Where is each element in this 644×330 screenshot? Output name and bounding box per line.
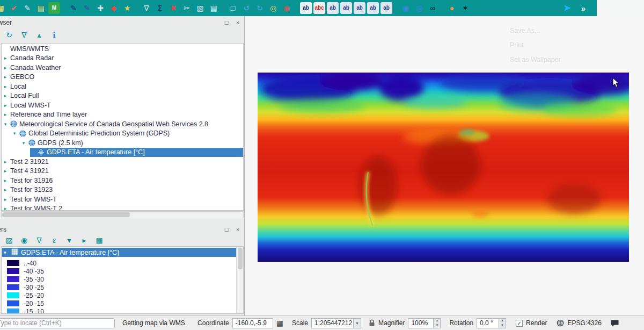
redo-icon[interactable]: ↻ <box>254 2 266 14</box>
map-image[interactable] <box>258 73 629 262</box>
collapse-all-icon[interactable]: ▴ <box>34 30 44 40</box>
filter-icon[interactable]: ∇ <box>141 2 152 14</box>
magnifier-value[interactable]: 100% <box>408 318 434 328</box>
scrollbar-thumb[interactable] <box>238 248 243 269</box>
coordinate-input[interactable]: -160.0,-5.9 <box>232 318 273 328</box>
new-page-icon[interactable]: □ <box>227 2 239 14</box>
render-checkbox[interactable]: ✓ <box>516 320 523 327</box>
spin-down-icon[interactable]: ▼ <box>499 323 506 328</box>
copy-features-icon[interactable]: ▧ <box>194 2 206 14</box>
zoom-native-icon[interactable]: ◎ <box>267 2 279 14</box>
tree-item[interactable]: ▾ GDPS (2.5 km) <box>21 138 243 148</box>
label-pin-icon[interactable]: ab <box>354 2 365 14</box>
chevron-down-icon[interactable]: ▼ <box>353 318 361 328</box>
chevron-right-icon[interactable]: ▸ <box>3 168 8 174</box>
binoculars-icon[interactable]: ∞ <box>427 2 438 14</box>
active-layer-row[interactable]: ▾ GDPS.ETA - Air temperature [°C] <box>2 248 243 257</box>
chevron-down-icon[interactable]: ▾ <box>12 131 17 136</box>
paste-features-icon[interactable]: ▤ <box>208 2 219 14</box>
chevron-right-icon[interactable]: ▸ <box>3 65 8 70</box>
layers-vertical-scrollbar[interactable] <box>236 247 243 313</box>
open-layer-styling-icon[interactable]: ▨ <box>4 235 14 245</box>
move-feature-icon[interactable]: ✚ <box>94 2 106 14</box>
tree-item[interactable]: ▸Test for WMS-T 2 <box>3 204 243 211</box>
tree-item[interactable]: ▸Test for 31923 <box>3 185 243 195</box>
tree-item[interactable]: ▸Canada Weather <box>3 63 243 73</box>
spin-down-icon[interactable]: ▼ <box>434 323 440 328</box>
float-panel-icon[interactable]: □ <box>223 226 230 233</box>
tree-item[interactable]: ▾ Global Deterministic Prediction System… <box>12 129 243 139</box>
toolbar-overflow-icon[interactable]: » <box>577 2 589 14</box>
filter-legend-icon[interactable]: ∇ <box>34 235 44 245</box>
filter-browser-icon[interactable]: ∇ <box>19 30 29 40</box>
magnifier-spinbox[interactable]: 100% ▲▼ <box>408 318 441 328</box>
tree-item[interactable]: ▸Test for 31916 <box>3 176 243 185</box>
remove-layer-icon[interactable]: ▦ <box>94 235 104 245</box>
browser-horizontal-scrollbar[interactable] <box>1 211 244 218</box>
float-panel-icon[interactable]: □ <box>223 19 230 26</box>
label-ab-icon[interactable]: ab <box>300 2 312 14</box>
osm-plugin-icon[interactable]: ● <box>446 2 458 14</box>
rotation-value[interactable]: 0.0 ° <box>477 318 499 328</box>
expand-all-icon[interactable]: ▾ <box>64 235 74 245</box>
annotation-pen-icon[interactable]: ✎ <box>81 2 93 14</box>
metasearch-globe-icon[interactable]: ◎ <box>413 2 425 14</box>
tree-item[interactable]: ▸Test 2 31921 <box>3 157 243 167</box>
map-themes-icon[interactable]: ◉ <box>19 235 29 245</box>
model-designer-icon[interactable]: M <box>48 2 60 14</box>
chevron-right-icon[interactable]: ▸ <box>3 187 8 192</box>
chevron-right-icon[interactable]: ▸ <box>3 103 8 108</box>
tree-item[interactable]: ▾ Meteorological Service of Canada Geosp… <box>3 119 243 129</box>
chevron-right-icon[interactable]: ▸ <box>3 178 8 183</box>
crs-status[interactable]: EPSG:4326 <box>567 319 601 327</box>
tree-item-selected[interactable]: GDPS.ETA - Air temperature [°C] <box>30 148 243 157</box>
tree-item[interactable]: ▸Test 4 31921 <box>3 167 243 176</box>
spin-up-icon[interactable]: ▲ <box>499 319 506 324</box>
topology-checker-icon[interactable]: ✔ <box>8 2 20 14</box>
cut-features-icon[interactable]: ✂ <box>181 2 193 14</box>
tree-item[interactable]: ▸GEBCO <box>3 73 243 82</box>
data-source-manager-icon[interactable]: ▦ <box>0 2 6 14</box>
chevron-right-icon[interactable]: ▸ <box>3 206 8 211</box>
chevron-right-icon[interactable]: ▸ <box>3 84 8 89</box>
tree-item[interactable]: ▸Local <box>3 82 243 91</box>
tree-item[interactable]: WMS/WMTS <box>3 44 243 54</box>
chevron-right-icon[interactable]: ▸ <box>3 55 8 61</box>
tree-item[interactable]: ▸Canada Radar <box>3 54 243 63</box>
statistics-sum-icon[interactable]: Σ <box>154 2 166 14</box>
locate-search-input[interactable]: Type to locate (Ctrl+K) <box>0 318 115 328</box>
chevron-right-icon[interactable]: ▸ <box>3 93 8 98</box>
label-move-icon[interactable]: ab <box>327 2 339 14</box>
rotation-spinbox[interactable]: 0.0 ° ▲▼ <box>477 318 506 328</box>
tree-item[interactable]: ▸Test for WMS-T <box>3 195 243 204</box>
plugin-bug-icon[interactable]: ✶ <box>459 2 471 14</box>
label-rotate-icon[interactable]: ab <box>340 2 352 14</box>
close-panel-icon[interactable]: × <box>234 19 241 26</box>
tree-item[interactable]: ▸Reference and Time layer <box>3 110 243 120</box>
label-show-icon[interactable]: ab <box>367 2 379 14</box>
label-change-icon[interactable]: ab <box>380 2 392 14</box>
lock-icon[interactable] <box>369 319 375 327</box>
map-view[interactable]: Save As...PrintSet as Wallpaper <box>245 16 644 315</box>
digitizing-pen-icon[interactable]: ✎ <box>68 2 79 14</box>
spin-up-icon[interactable]: ▲ <box>434 319 440 324</box>
filter-expression-icon[interactable]: ε <box>49 235 59 245</box>
chevron-down-icon[interactable]: ▾ <box>21 140 26 146</box>
close-panel-icon[interactable]: × <box>234 226 241 233</box>
web-globe-icon[interactable]: ◉ <box>400 2 412 14</box>
collapse-all-icon[interactable]: ▸ <box>79 235 89 245</box>
tree-item[interactable]: ▸Local WMS-T <box>3 101 243 110</box>
scale-combobox[interactable]: 1:205447212 ▼ <box>311 318 361 328</box>
chevron-down-icon[interactable]: ▾ <box>3 121 8 127</box>
snapping-icon[interactable]: ◉ <box>281 2 292 14</box>
decoration-star-icon[interactable]: ★ <box>121 2 133 14</box>
extent-icon[interactable]: ▦ <box>276 319 283 327</box>
chevron-down-icon[interactable]: ▾ <box>4 250 9 255</box>
chevron-right-icon[interactable]: ▸ <box>3 159 8 164</box>
undo-icon[interactable]: ↺ <box>240 2 252 14</box>
options-pencil-icon[interactable]: ✎ <box>21 2 33 14</box>
chevron-right-icon[interactable]: ▸ <box>3 112 8 117</box>
toolbar-expand-arrow-icon[interactable]: ➤ <box>561 2 573 14</box>
chevron-right-icon[interactable]: ▸ <box>3 197 8 202</box>
scale-value[interactable]: 1:205447212 <box>311 318 353 328</box>
